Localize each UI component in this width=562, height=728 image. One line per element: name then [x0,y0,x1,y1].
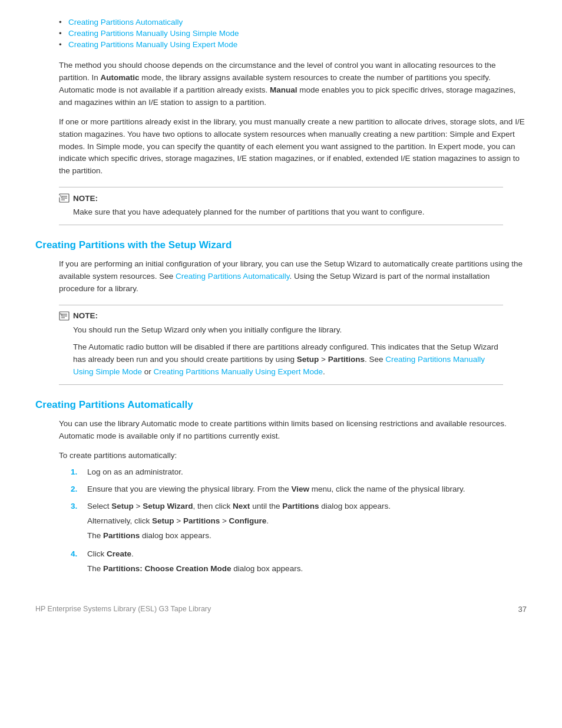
bold-manual: Manual [270,85,297,94]
note-header-1: ✎ NOTE: [59,193,503,203]
note-2-line2: The Automatic radio button will be disab… [73,341,503,378]
step-4-list: 4. Click Create. [71,548,527,561]
svg-text:✎: ✎ [59,312,63,317]
intro-para-2: If one or more partitions already exist … [59,116,527,178]
bold-partitions-sub2: Partitions [103,531,140,540]
page-footer: HP Enterprise Systems Library (ESL) G3 T… [35,605,527,614]
step-4-text: Click Create. [87,548,134,561]
step-3-num: 3. [71,500,82,513]
note-2-line1: You should run the Setup Wizard only whe… [73,324,503,337]
bold-partitions-alt: Partitions [183,516,220,525]
bold-view: View [291,485,309,493]
note-1-content: Make sure that you have adequately plann… [73,206,503,219]
note2-link-expert[interactable]: Creating Partitions Manually Using Exper… [154,367,323,376]
bold-setup-alt: Setup [152,516,174,525]
step-2: 2. Ensure that you are viewing the physi… [71,483,527,496]
step-3-sub1: Alternatively, click Setup > Partitions … [87,515,527,528]
step-2-text: Ensure that you are viewing the physical… [87,483,465,496]
footer-page-number: 37 [518,605,527,614]
step-3: 3. Select Setup > Setup Wizard, then cli… [71,500,527,513]
section-1-heading: Creating Partitions with the Setup Wizar… [35,239,527,251]
intro-bullet-list: Creating Partitions Automatically Creati… [59,18,527,49]
bold-partitions: Partitions [328,355,365,364]
step-4: 4. Click Create. [71,548,527,561]
section-1-para: If you are performing an initial configu… [59,258,527,295]
step-2-num: 2. [71,483,82,496]
step-1-text: Log on as an administrator. [87,466,183,479]
note-block-2: ✎ NOTE: You should run the Setup Wizard … [59,305,503,385]
step-1-num: 1. [71,466,82,479]
note-header-2: ✎ NOTE: [59,311,503,321]
bullet-item-1[interactable]: Creating Partitions Automatically [59,18,527,27]
link-expert[interactable]: Creating Partitions Manually Using Exper… [68,40,237,49]
intro-para-1: The method you should choose depends on … [59,60,527,109]
bold-setup-wizard: Setup Wizard [143,502,193,510]
note-label-2: NOTE: [73,311,98,320]
step-1: 1. Log on as an administrator. [71,466,527,479]
step-3-sub2: The Partitions dialog box appears. [87,530,527,542]
note-label-1: NOTE: [73,194,98,203]
steps-list: 1. Log on as an administrator. 2. Ensure… [71,466,527,513]
link-simple[interactable]: Creating Partitions Manually Using Simpl… [68,29,239,38]
bullet-item-3[interactable]: Creating Partitions Manually Using Exper… [59,40,527,49]
note-text-1: Make sure that you have adequately plann… [73,206,503,219]
bold-next: Next [233,502,250,510]
bold-setup: Setup [297,355,319,364]
note-icon-2: ✎ [59,311,70,321]
footer-inner: HP Enterprise Systems Library (ESL) G3 T… [35,605,527,614]
note-icon-1: ✎ [59,193,70,203]
step-4-num: 4. [71,548,82,561]
bullet-item-2[interactable]: Creating Partitions Manually Using Simpl… [59,29,527,38]
bold-partitions-3: Partitions [282,502,319,510]
note-block-1: ✎ NOTE: Make sure that you have adequate… [59,187,503,225]
bold-setup-3: Setup [111,502,134,510]
bold-partitions-choose: Partitions: Choose Creation Mode [103,564,232,573]
bold-configure: Configure [229,516,267,525]
step-3-text: Select Setup > Setup Wizard, then click … [87,500,391,513]
step-4-sub: The Partitions: Choose Creation Mode dia… [87,563,527,575]
section-2-heading: Creating Partitions Automatically [35,399,527,411]
section-2-para: You can use the library Automatic mode t… [59,418,527,443]
bold-create: Create [107,549,131,558]
to-create-label: To create partitions automatically: [59,450,527,462]
footer-title: HP Enterprise Systems Library (ESL) G3 T… [35,605,211,613]
bold-automatic: Automatic [101,73,140,82]
link-auto[interactable]: Creating Partitions Automatically [68,18,183,27]
section1-link-auto[interactable]: Creating Partitions Automatically [176,272,289,281]
svg-text:✎: ✎ [59,195,63,199]
note-text-2: You should run the Setup Wizard only whe… [73,324,503,378]
